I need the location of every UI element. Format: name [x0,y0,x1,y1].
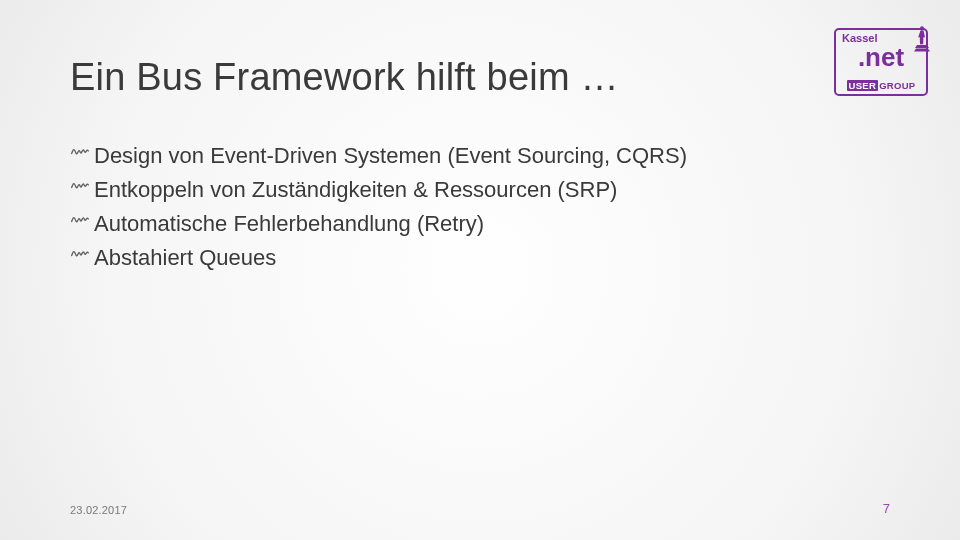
bullet-list: Design von Event-Driven Systemen (Event … [70,139,890,275]
bullet-text: Automatische Fehlerbehandlung (Retry) [94,207,484,241]
svg-point-0 [920,26,924,30]
bullet-text: Design von Event-Driven Systemen (Event … [94,139,687,173]
scribble-bullet-icon [70,213,92,235]
scribble-bullet-icon [70,179,92,201]
slide: Kassel .net USERGROUP Ein Bus Framework … [0,0,960,540]
slide-title: Ein Bus Framework hilft beim … [70,56,890,99]
bullet-text: Entkoppeln von Zuständigkeiten & Ressour… [94,173,617,207]
list-item: Entkoppeln von Zuständigkeiten & Ressour… [70,173,890,207]
scribble-bullet-icon [70,247,92,269]
logo-main: .net [836,44,926,70]
list-item: Design von Event-Driven Systemen (Event … [70,139,890,173]
page-number: 7 [883,501,890,516]
footer-date: 23.02.2017 [70,504,127,516]
list-item: Automatische Fehlerbehandlung (Retry) [70,207,890,241]
logo-subtitle: USERGROUP [836,80,926,91]
scribble-bullet-icon [70,145,92,167]
dotnet-usergroup-logo: Kassel .net USERGROUP [834,28,928,96]
list-item: Abstahiert Queues [70,241,890,275]
bullet-text: Abstahiert Queues [94,241,276,275]
